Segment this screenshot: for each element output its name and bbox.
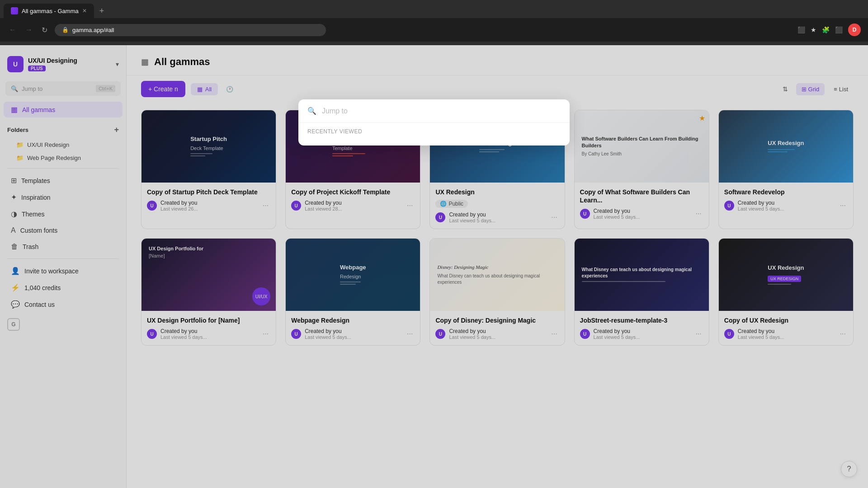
recently-viewed-label: Recently viewed: [307, 128, 561, 135]
tab-title: All gammas - Gamma: [22, 8, 79, 14]
search-modal-icon: 🔍: [307, 107, 316, 115]
browser-tabs: All gammas - Gamma ✕ +: [0, 0, 868, 18]
forward-btn[interactable]: →: [24, 24, 34, 36]
extension-icon[interactable]: 🧩: [822, 26, 830, 33]
url-text: gamma.app/#all: [72, 27, 114, 33]
tab-favicon: [11, 7, 18, 14]
profile-avatar[interactable]: D: [848, 23, 861, 36]
browser-nav: ← → ↻ 🔒 gamma.app/#all ⬛ ★ 🧩 ⬛ D: [0, 18, 868, 42]
bookmark-icon[interactable]: ★: [811, 26, 816, 33]
back-btn[interactable]: ←: [7, 24, 18, 36]
search-modal-body: Recently viewed: [298, 123, 570, 145]
tab-close-btn[interactable]: ✕: [82, 8, 87, 14]
refresh-btn[interactable]: ↻: [40, 24, 49, 36]
lock-icon: 🔒: [62, 27, 69, 33]
active-tab[interactable]: All gammas - Gamma ✕: [4, 4, 94, 18]
search-modal-header: 🔍: [298, 99, 570, 123]
browser-chrome: All gammas - Gamma ✕ + ← → ↻ 🔒 gamma.app…: [0, 0, 868, 45]
extensions-btn[interactable]: ⬛: [835, 26, 843, 33]
browser-actions: ⬛ ★ 🧩 ⬛ D: [797, 23, 861, 36]
address-bar[interactable]: 🔒 gamma.app/#all: [55, 24, 326, 36]
new-tab-button[interactable]: +: [96, 5, 108, 18]
jump-to-input[interactable]: [322, 107, 561, 115]
modal-overlay[interactable]: 🔍 Recently viewed: [0, 45, 868, 488]
search-modal: 🔍 Recently viewed: [298, 99, 570, 145]
cast-icon[interactable]: ⬛: [797, 26, 805, 33]
